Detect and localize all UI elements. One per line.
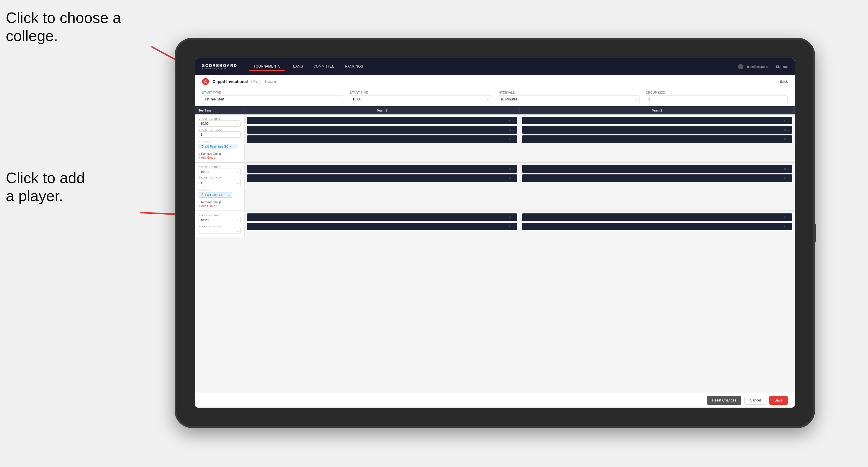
th-tee-time: Tee Time [195,106,245,115]
nav-tab-committee[interactable]: COMMITTEE [309,63,339,71]
slot-x-icon[interactable]: ✕ [508,128,511,132]
save-button[interactable]: Save [769,396,788,405]
starting-hole-input-2[interactable]: 1 ⌄ [198,180,241,186]
slot-arrow-icon[interactable]: ⌄ [513,128,515,132]
course-tag-2[interactable]: 🏌 East Lake GC ✕ ⌄ [198,192,232,198]
slot-x-icon[interactable]: ✕ [783,177,786,180]
slot-arrow-icon[interactable]: ⌄ [788,167,790,170]
slot-x-icon[interactable]: ✕ [783,128,786,132]
add-group-btn-1[interactable]: + Add Group [198,156,241,159]
slot-x-icon[interactable]: ✕ [508,216,511,219]
side-button [814,224,816,242]
nav-tab-teams[interactable]: TEAMS [286,63,308,71]
start-time-input[interactable]: 10:00 ⊙ [350,95,492,103]
slot-arrow-icon[interactable]: ⌄ [788,216,790,219]
tournament-title: Clippd Invitational [213,79,248,84]
intervals-input[interactable]: 10 Minutes ⊙ [498,95,640,103]
player-slot[interactable]: ✕ ⌄ [247,117,517,124]
slot-x-icon[interactable]: ✕ [508,177,511,180]
intervals-group: Intervals 10 Minutes ⊙ [498,91,640,103]
hole-arrow-2: ⌄ [236,181,239,184]
slot-arrow-icon[interactable]: ⌄ [788,138,790,141]
team2-col-3: ✕ ⌄ ✕ ⌄ [520,211,795,237]
cancel-button[interactable]: Cancel [744,396,766,405]
tablet-screen: SCOREBOARD Powered by clippd TOURNAMENTS… [195,58,795,408]
slot-x-icon[interactable]: ✕ [783,216,786,219]
player-slot[interactable]: ✕ ⌄ [522,165,792,173]
remove-group-btn-1[interactable]: ○ Remove Group [198,152,241,155]
player-slot[interactable]: ✕ ⌄ [522,135,792,143]
course-arrow-1[interactable]: ⌄ [233,145,235,148]
clippd-logo: C [202,78,209,85]
annotation-choose-college: Click to choose a college. [6,9,121,45]
player-slot[interactable]: ✕ ⌄ [522,117,792,124]
slot-x-icon[interactable]: ✕ [508,167,511,170]
starting-time-input-1[interactable]: 10:00 ⊙ [198,120,241,127]
nav-tab-rankings[interactable]: RANKINGS [340,63,368,71]
player-slot[interactable]: ✕ ⌄ [247,165,517,173]
player-slot[interactable]: ✕ ⌄ [522,223,792,230]
slot-arrow-icon[interactable]: ⌄ [788,119,790,122]
slot-x-icon[interactable]: ✕ [783,119,786,122]
course-tag-1[interactable]: 🏌 (A) Peachtree GC ✕ ⌄ [198,144,237,149]
slot-arrow-icon[interactable]: ⌄ [513,177,515,180]
slot-x-icon[interactable]: ✕ [783,225,786,228]
remove-group-btn-2[interactable]: ○ Remove Group [198,200,241,204]
slot-arrow-icon[interactable]: ⌄ [513,225,515,228]
course-remove-2[interactable]: ✕ [224,194,227,196]
player-slot[interactable]: ✕ ⌄ [522,126,792,134]
hole-arrow-1: ⌄ [236,133,239,136]
add-icon-1: + [198,156,200,159]
slot-x-icon[interactable]: ✕ [783,138,786,141]
player-slot[interactable]: ✕ ⌄ [247,213,517,221]
slot-x-icon[interactable]: ✕ [508,119,511,122]
starting-time-label-2: STARTING TIME: [198,166,241,168]
course-arrow-2[interactable]: ⌄ [228,194,230,196]
slot-arrow-icon[interactable]: ⌄ [513,216,515,219]
slot-x-icon[interactable]: ✕ [508,225,511,228]
course-section-2: COURSE: 🏌 East Lake GC ✕ ⌄ [198,189,241,198]
slot-arrow-icon[interactable]: ⌄ [513,119,515,122]
nav-bar: SCOREBOARD Powered by clippd TOURNAMENTS… [195,58,795,75]
intervals-label: Intervals [498,91,640,94]
player-slot[interactable]: ✕ ⌄ [522,213,792,221]
annotation-add-player: Click to add a player. [6,169,85,205]
player-slot[interactable]: ✕ ⌄ [522,175,792,182]
slot-arrow-icon[interactable]: ⌄ [513,138,515,141]
remove-icon-2: ○ [198,200,200,204]
reset-changes-button[interactable]: Reset Changes [707,396,742,405]
course-remove-1[interactable]: ✕ [229,145,232,148]
user-avatar [738,64,743,69]
player-slot[interactable]: ✕ ⌄ [247,135,517,143]
slot-arrow-icon[interactable]: ⌄ [513,167,515,170]
player-slot[interactable]: ✕ ⌄ [247,223,517,230]
group-size-input[interactable]: 3 ⌄ [646,95,788,103]
back-button[interactable]: ‹ Back [778,80,788,84]
add-group-btn-2[interactable]: + Add Group [198,205,241,208]
team1-col-2: ✕ ⌄ ✕ ⌄ [245,163,520,211]
player-slot[interactable]: ✕ ⌄ [247,126,517,134]
slot-arrow-icon[interactable]: ⌄ [788,177,790,180]
main-content[interactable]: STARTING TIME: 10:00 ⊙ STARTING HOLE: 1 … [195,115,795,393]
tee-row: STARTING TIME: 10:00 ⊙ STARTING HOLE: 1 … [195,115,795,163]
player-slot[interactable]: ✕ ⌄ [247,175,517,182]
starting-time-input-2[interactable]: 10:10 ⊙ [198,168,241,175]
start-type-input[interactable]: 1st Tee Start ⌄ [202,95,344,103]
sign-out-link[interactable]: Sign out [776,65,788,68]
controls-row: Start Type 1st Tee Start ⌄ Start Time 10… [195,88,795,106]
team2-col-1: ✕ ⌄ ✕ ⌄ ✕ ⌄ [520,115,795,162]
slot-x-icon[interactable]: ✕ [783,167,786,170]
starting-hole-input-3[interactable]: ⌄ [198,228,241,234]
slot-arrow-icon[interactable]: ⌄ [788,225,790,228]
slot-arrow-icon[interactable]: ⌄ [788,128,790,132]
sub-header: C Clippd Invitational (Men) Hosting ‹ Ba… [195,75,795,88]
table-header: Tee Time Team 1 Team 2 [195,106,795,115]
nav-logo: SCOREBOARD Powered by clippd [202,63,237,70]
starting-hole-input-1[interactable]: 1 ⌄ [198,131,241,138]
starting-time-input-3[interactable]: 10:20 ⊙ [198,217,241,223]
nav-tab-tournaments[interactable]: TOURNAMENTS [249,63,285,71]
tablet-frame: SCOREBOARD Powered by clippd TOURNAMENTS… [175,38,815,428]
time-icon-3: ⊙ [236,219,239,222]
slot-x-icon[interactable]: ✕ [508,138,511,141]
team1-col-3: ✕ ⌄ ✕ ⌄ [245,211,520,237]
